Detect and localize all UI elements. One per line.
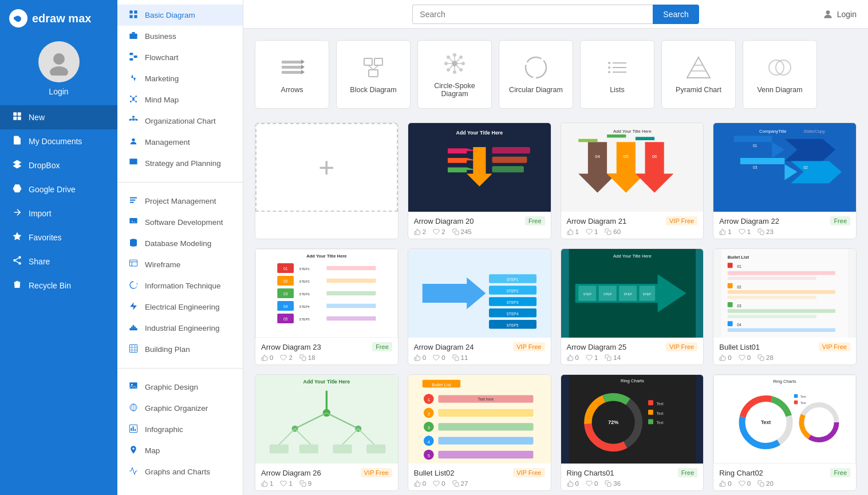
arrow-diagram-25-hearts: 1 — [586, 354, 598, 361]
svg-point-87 — [459, 68, 463, 72]
svg-rect-51 — [133, 325, 135, 328]
template-card-arrow-diagram-24[interactable]: STEP1 STEP2 STEP3 STEP4 STEP5 Arrow Diag… — [408, 248, 551, 365]
category-item-flowchart[interactable]: Flowchart — [117, 47, 243, 68]
category-item-project-management[interactable]: Project Management — [117, 191, 243, 212]
org-chart-icon — [128, 116, 139, 126]
template-card-arrow-diagram-22[interactable]: CompanyTitle Slide/Copy 01 03 02 Ar — [713, 122, 857, 239]
search-input[interactable] — [412, 5, 653, 24]
sidebar-login-label[interactable]: Login — [49, 87, 68, 96]
secondary-category-section: Project Management Software Development … — [117, 186, 243, 365]
arrow-diagram-20-name: Arrow Diagram 20 — [414, 217, 474, 225]
category-item-org-chart[interactable]: Organizational Chart — [117, 110, 243, 132]
svg-marker-103 — [687, 57, 710, 78]
category-item-electrical[interactable]: Electrical Engineering — [117, 296, 243, 318]
sidebar-share-label: Share — [29, 257, 50, 266]
sidebar-item-dropbox[interactable]: DropBox — [0, 153, 117, 177]
search-button[interactable]: Search — [653, 5, 699, 24]
arrow-diagram-22-hearts: 1 — [739, 228, 751, 235]
infographic-icon — [128, 424, 139, 435]
category-card-pyramid[interactable]: Pyramid Chart — [661, 40, 736, 109]
svg-rect-188 — [607, 357, 611, 361]
template-card-arrow-diagram-21[interactable]: Add Your Title Here 04 05 06 — [561, 122, 704, 239]
svg-rect-158 — [326, 266, 376, 271]
category-card-block-diagram[interactable]: Block Diagram — [336, 40, 411, 109]
sidebar-item-new[interactable]: New — [0, 105, 117, 129]
category-item-marketing[interactable]: Marketing — [117, 68, 243, 89]
bullet-list-02-stats: 0 0 27 — [414, 480, 545, 487]
category-item-basic-diagram[interactable]: Basic Diagram — [117, 5, 243, 26]
template-card-ring-chart-02[interactable]: Ring Charts Text Text — [713, 374, 857, 491]
software-dev-icon — [128, 217, 139, 228]
sidebar-item-favorites[interactable]: Favorites — [0, 225, 117, 250]
template-card-arrow-diagram-23[interactable]: Add Your Title Here 01 STEP1 02 STEP2 03… — [255, 248, 399, 365]
template-card-ring-charts-01[interactable]: Ring Charts 72% Text Text Text — [561, 374, 704, 491]
template-card-arrow-diagram-20[interactable]: Add Your Title Here — [408, 122, 551, 239]
category-item-graphs[interactable]: Graphs and Charts — [117, 461, 243, 482]
arrow-diagram-20-copies: 245 — [452, 228, 472, 235]
svg-marker-73 — [301, 70, 305, 74]
topbar-login[interactable]: Login — [822, 9, 857, 20]
svg-text:Add Your Title Here: Add Your Title Here — [613, 254, 652, 259]
sidebar-item-share[interactable]: Share — [0, 250, 117, 274]
template-card-bullet-list-01[interactable]: Bullet List 01 02 03 — [713, 248, 857, 365]
bullet-list-01-preview: Bullet List 01 02 03 — [713, 249, 856, 338]
template-card-arrow-diagram-26[interactable]: Add Your Title Here — [255, 374, 399, 491]
category-item-management[interactable]: Management — [117, 132, 243, 153]
category-item-strategy[interactable]: Strategy and Planning — [117, 153, 243, 174]
sidebar-item-google-drive[interactable]: Google Drive — [0, 177, 117, 201]
svg-line-94 — [450, 66, 453, 69]
user-section: Login — [0, 34, 117, 105]
category-card-circle-spoke[interactable]: Circle-Spoke Diagram — [417, 40, 492, 109]
category-item-industrial[interactable]: Industrial Engineering — [117, 318, 243, 339]
category-item-map[interactable]: Map — [117, 440, 243, 461]
template-add-new[interactable]: + — [255, 122, 399, 239]
svg-rect-206 — [760, 357, 764, 361]
category-card-arrows[interactable]: Arrows — [255, 40, 329, 109]
circular-label: Circular Diagram — [509, 86, 563, 94]
arrow-diagram-24-hearts: 0 — [433, 354, 445, 361]
dropbox-icon — [11, 159, 23, 172]
svg-point-85 — [459, 56, 463, 59]
bullet-list-02-preview: Bullet List 1 Text here 2 3 4 — [408, 375, 551, 464]
sidebar-item-recycle-bin[interactable]: Recycle Bin — [0, 274, 117, 298]
category-item-software-dev[interactable]: Software Development — [117, 212, 243, 233]
svg-point-66 — [132, 448, 134, 449]
content-area: Arrows Block Diagram — [243, 29, 868, 495]
svg-rect-44 — [129, 260, 137, 266]
category-card-lists[interactable]: Lists — [580, 40, 654, 109]
venn-diagram-icon — [767, 55, 792, 80]
main-content: Search Login Arrows — [243, 0, 868, 495]
svg-rect-236 — [438, 423, 533, 430]
svg-point-2 — [50, 66, 68, 76]
category-item-mind-map[interactable]: Mind Map — [117, 89, 243, 110]
svg-point-97 — [608, 62, 610, 64]
svg-rect-30 — [132, 116, 135, 118]
arrow-diagram-26-name: Arrow Diagram 26 — [261, 469, 321, 477]
category-row: Arrows Block Diagram — [255, 40, 857, 109]
sidebar-item-import[interactable]: Import — [0, 201, 117, 225]
arrow-diagram-26-info: Arrow Diagram 26 VIP Free 1 1 — [255, 464, 398, 490]
arrow-diagram-20-badge: Free — [525, 216, 545, 225]
template-card-bullet-list-02[interactable]: Bullet List 1 Text here 2 3 4 — [408, 374, 551, 491]
category-item-info-technique[interactable]: Information Technique — [117, 275, 243, 296]
arrow-diagram-26-preview: Add Your Title Here — [255, 375, 398, 464]
category-item-database[interactable]: Database Modeling — [117, 233, 243, 254]
category-item-graphic-organizer[interactable]: Graphic Organizer — [117, 398, 243, 419]
category-item-graphic-design[interactable]: Graphic Design — [117, 377, 243, 398]
category-card-venn[interactable]: Venn Diagram — [743, 40, 817, 109]
category-item-business[interactable]: Business — [117, 26, 243, 47]
svg-rect-268 — [794, 394, 798, 398]
app-logo: edraw max — [0, 0, 117, 34]
category-card-circular[interactable]: Circular Diagram — [499, 40, 573, 109]
sidebar-item-my-documents[interactable]: My Documents — [0, 129, 117, 153]
category-item-wireframe[interactable]: Wireframe — [117, 254, 243, 275]
template-card-arrow-diagram-25[interactable]: Add Your Title Here STEP STEP STEP STEP — [561, 248, 704, 365]
category-item-building-plan[interactable]: Building Plan — [117, 339, 243, 360]
bullet-list-01-copies: 28 — [757, 354, 774, 361]
svg-rect-41 — [129, 218, 137, 223]
category-item-infographic[interactable]: Infographic — [117, 419, 243, 440]
ring-charts-01-title-row: Ring Charts01 Free — [567, 468, 698, 477]
arrow-diagram-21-preview: Add Your Title Here 04 05 06 — [561, 123, 704, 212]
svg-rect-75 — [374, 58, 382, 65]
category-panel: Basic Diagram Business Flowchart Marketi… — [117, 0, 243, 495]
